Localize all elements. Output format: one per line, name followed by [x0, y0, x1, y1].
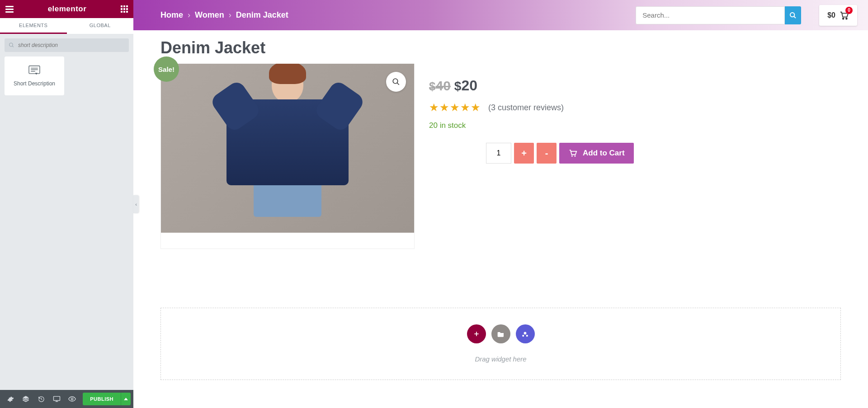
- drop-actions: [467, 324, 535, 343]
- publish-group: PUBLISH: [83, 393, 131, 405]
- publish-options-button[interactable]: [121, 393, 131, 405]
- zoom-icon[interactable]: [386, 72, 406, 92]
- search-button[interactable]: [785, 6, 801, 24]
- site-topbar: Home › Women › Denim Jacket $0 0: [133, 0, 868, 30]
- price-row: $40 $20: [429, 77, 841, 94]
- cart-total: $0: [827, 11, 835, 19]
- tab-global[interactable]: GLOBAL: [67, 18, 134, 34]
- svg-rect-6: [53, 396, 60, 400]
- quantity-minus-button[interactable]: -: [537, 143, 557, 164]
- cart-button[interactable]: $0 0: [819, 5, 857, 26]
- widget-list: Short Description: [0, 56, 133, 95]
- svg-point-10: [790, 13, 794, 17]
- breadcrumb-women[interactable]: Women: [195, 10, 224, 20]
- product-title: Denim Jacket: [160, 38, 841, 57]
- cart-icon: [568, 149, 577, 157]
- drop-hint: Drag widget here: [475, 355, 526, 363]
- old-price: $40: [429, 78, 451, 94]
- chevron-right-icon: ›: [188, 10, 190, 20]
- product-image-container: Sale!: [160, 64, 415, 249]
- short-description-icon: [28, 65, 41, 76]
- new-price: $20: [454, 77, 477, 94]
- reviews-link[interactable]: (3 customer reviews): [488, 103, 564, 113]
- add-section-button[interactable]: [467, 324, 486, 343]
- product-info: $40 $20 ★★★★★ (3 customer reviews) 20 in…: [429, 64, 841, 249]
- add-to-cart-button[interactable]: Add to Cart: [559, 143, 634, 164]
- publish-button[interactable]: PUBLISH: [83, 393, 121, 405]
- svg-point-16: [571, 155, 573, 157]
- template-library-button[interactable]: [491, 324, 510, 343]
- chevron-right-icon: ›: [229, 10, 231, 20]
- stock-status: 20 in stock: [429, 121, 841, 130]
- elementor-header: elementor: [0, 0, 133, 18]
- svg-point-13: [846, 18, 847, 19]
- settings-icon[interactable]: [3, 396, 18, 403]
- svg-line-15: [397, 83, 399, 85]
- site-search: [636, 6, 801, 25]
- panel-tabs: ELEMENTS GLOBAL: [0, 18, 133, 34]
- breadcrumb-current: Denim Jacket: [236, 10, 288, 20]
- quantity-plus-button[interactable]: +: [514, 143, 534, 164]
- svg-point-20: [524, 332, 527, 334]
- widget-search-input[interactable]: [5, 38, 129, 52]
- preview-pane: Home › Women › Denim Jacket $0 0 Denim J…: [133, 0, 868, 408]
- svg-point-14: [393, 79, 398, 84]
- svg-point-17: [574, 155, 576, 157]
- buy-row: + - Add to Cart: [486, 143, 841, 164]
- widget-search: [5, 38, 129, 52]
- history-icon[interactable]: [33, 396, 49, 403]
- product-image[interactable]: [161, 64, 414, 233]
- rating-row: ★★★★★ (3 customer reviews): [429, 101, 841, 114]
- quantity-input[interactable]: [486, 143, 511, 164]
- elementor-bottom-bar: PUBLISH: [0, 390, 133, 408]
- add-to-cart-label: Add to Cart: [583, 149, 625, 158]
- svg-point-21: [522, 334, 524, 336]
- navigator-icon[interactable]: [18, 395, 33, 403]
- svg-point-12: [843, 18, 844, 19]
- breadcrumb: Home › Women › Denim Jacket: [160, 10, 288, 20]
- elementor-logo: elementor: [48, 5, 87, 14]
- widget-short-description[interactable]: Short Description: [5, 56, 64, 95]
- menu-icon[interactable]: [5, 6, 14, 13]
- drop-zone[interactable]: Drag widget here: [160, 308, 841, 380]
- svg-line-11: [794, 16, 796, 18]
- svg-point-22: [526, 334, 528, 336]
- global-widget-button[interactable]: [516, 324, 535, 343]
- breadcrumb-home[interactable]: Home: [160, 10, 183, 20]
- tab-elements[interactable]: ELEMENTS: [0, 18, 67, 34]
- svg-line-1: [12, 46, 14, 47]
- search-input[interactable]: [636, 6, 785, 24]
- star-rating: ★★★★★: [429, 101, 481, 114]
- search-icon: [9, 42, 14, 48]
- svg-point-9: [71, 398, 73, 400]
- apps-icon[interactable]: [121, 5, 128, 13]
- responsive-icon[interactable]: [49, 396, 64, 402]
- cart-count-badge: 0: [845, 7, 853, 14]
- svg-point-0: [9, 43, 13, 47]
- widget-label: Short Description: [14, 80, 55, 87]
- product-area: Denim Jacket Sale!: [133, 30, 868, 267]
- preview-icon[interactable]: [64, 396, 80, 402]
- sale-badge: Sale!: [154, 56, 179, 82]
- elementor-sidebar: elementor ELEMENTS GLOBAL Short Descript…: [0, 0, 133, 408]
